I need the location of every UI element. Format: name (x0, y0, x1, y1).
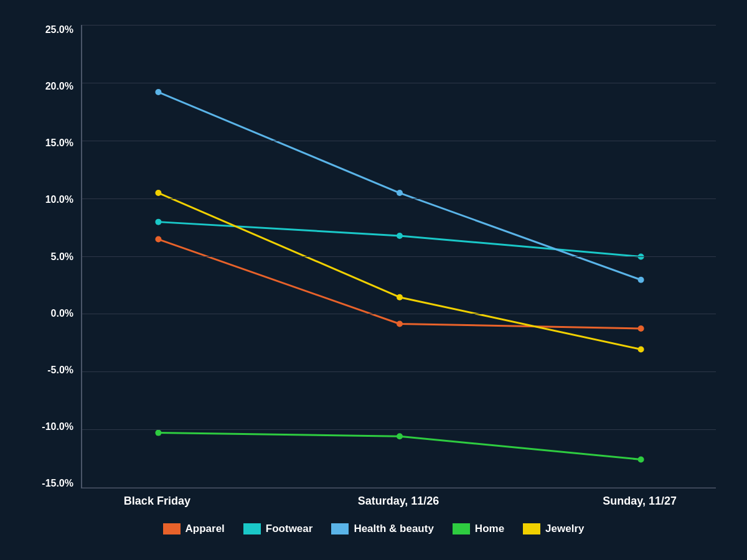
grid-line (82, 141, 716, 141)
grid-line (82, 487, 716, 488)
x-axis: Black FridaySaturday, 11/26Sunday, 11/27 (81, 488, 716, 513)
legend-label: Home (475, 523, 504, 535)
legend-label: Jewelry (545, 523, 584, 535)
chart-dot (397, 190, 403, 196)
legend-color-box (331, 523, 349, 534)
chart-dot (638, 325, 644, 332)
x-axis-label: Black Friday (124, 495, 190, 508)
chart-dot (397, 433, 403, 439)
chart-dot (397, 321, 403, 327)
chart-container: 25.0%20.0%15.0%10.0%5.0%0.0%-5.0%-10.0%-… (31, 25, 716, 535)
grid-line (82, 256, 716, 257)
chart-line-footwear (158, 222, 641, 257)
x-axis-label: Sunday, 11/27 (603, 495, 677, 508)
x-axis-label: Saturday, 11/26 (358, 495, 439, 508)
chart-dot (155, 219, 161, 225)
legend-color-box (523, 523, 540, 534)
chart-dot (638, 254, 644, 260)
y-axis-label: 5.0% (31, 252, 81, 262)
legend-label: Apparel (186, 523, 225, 535)
legend-label: Footwear (266, 523, 313, 535)
grid-line (82, 25, 716, 26)
y-axis-label: 10.0% (31, 195, 81, 205)
chart-dot (155, 190, 161, 196)
y-axis: 25.0%20.0%15.0%10.0%5.0%0.0%-5.0%-10.0%-… (31, 25, 81, 488)
legend: ApparelFootwearHealth & beautyHomeJewelr… (31, 523, 716, 535)
y-axis-label: 25.0% (31, 25, 81, 35)
legend-label: Health & beauty (354, 523, 433, 535)
plot-area (81, 25, 716, 488)
chart-dot (638, 456, 644, 462)
chart-line-apparel (158, 240, 641, 329)
legend-color-box (453, 523, 470, 534)
legend-color-box (163, 523, 181, 534)
chart-area: 25.0%20.0%15.0%10.0%5.0%0.0%-5.0%-10.0%-… (31, 25, 716, 488)
legend-item: Jewelry (523, 523, 584, 535)
legend-item: Home (453, 523, 504, 535)
chart-dot (155, 430, 161, 436)
y-axis-label: -10.0% (31, 422, 81, 432)
legend-item: Health & beauty (331, 523, 433, 535)
y-axis-label: 15.0% (31, 138, 81, 148)
grid-line (82, 371, 716, 372)
y-axis-label: 20.0% (31, 82, 81, 91)
chart-dot (397, 233, 403, 239)
chart-dot (155, 89, 161, 95)
legend-item: Apparel (163, 523, 225, 535)
chart-dot (638, 277, 644, 283)
grid-line (82, 83, 716, 83)
y-axis-label: -5.0% (31, 365, 81, 375)
chart-dot (638, 347, 644, 353)
grid-line (82, 198, 716, 199)
chart-dot (155, 236, 161, 243)
legend-color-box (243, 523, 261, 534)
y-axis-label: 0.0% (31, 309, 81, 319)
y-axis-label: -15.0% (31, 478, 81, 488)
legend-item: Footwear (243, 523, 313, 535)
chart-line-health-&-beauty (158, 92, 641, 280)
grid-line (82, 314, 716, 314)
grid-line (82, 429, 716, 430)
chart-dot (397, 294, 403, 301)
